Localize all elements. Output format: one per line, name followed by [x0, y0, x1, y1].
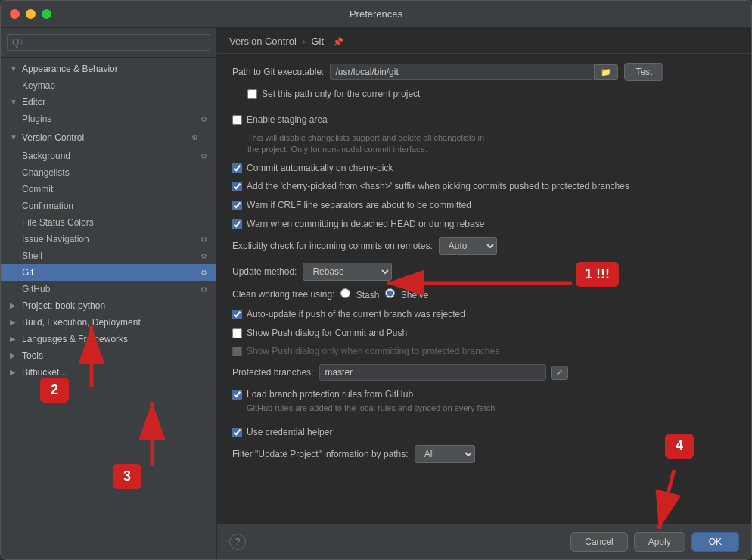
enable-staging-checkbox[interactable] [232, 115, 242, 125]
stash-radio[interactable] [340, 288, 350, 298]
minimize-button[interactable] [26, 9, 36, 19]
clean-tree-label: Clean working tree using: [232, 289, 334, 300]
set-path-only-checkbox[interactable] [247, 89, 257, 99]
expand-protected-button[interactable]: ⤢ [551, 366, 568, 380]
sidebar-item-appearance[interactable]: ▼ Appearance & Behavior [1, 61, 216, 77]
sidebar-label-appearance: Appearance & Behavior [22, 64, 118, 74]
settings-body: Path to Git executable: 📁 Test Set this … [217, 54, 751, 524]
sidebar-item-commit[interactable]: Commit [1, 181, 216, 198]
cherry-pick-checkbox[interactable] [232, 163, 242, 173]
expand-arrow-editor: ▼ [10, 98, 19, 107]
update-method-select[interactable]: Merge Rebase Branch Default [303, 263, 392, 281]
warn-crlf-label: Warn if CRLF line separators are about t… [247, 199, 471, 212]
sidebar-item-project[interactable]: ▶ Project: book-python [1, 297, 216, 314]
apply-button[interactable]: Apply [634, 532, 685, 552]
sidebar-label-shelf: Shelf [22, 250, 42, 261]
credential-helper-checkbox[interactable] [232, 428, 242, 437]
sidebar-item-keymap[interactable]: Keymap [1, 77, 216, 94]
warn-detached-checkbox[interactable] [232, 219, 242, 229]
maximize-button[interactable] [42, 9, 51, 19]
sidebar-item-github[interactable]: GitHub ⚙ [1, 281, 216, 297]
expand-arrow-build: ▶ [10, 318, 19, 327]
load-branch-protection-checkbox[interactable] [232, 390, 242, 400]
sidebar-item-shelf[interactable]: Shelf ⚙ [1, 247, 216, 264]
protected-branches-label: Protected branches: [232, 367, 313, 378]
titlebar: Preferences [1, 1, 751, 28]
help-button[interactable]: ? [229, 534, 246, 550]
traffic-lights [10, 9, 51, 19]
sidebar-label-keymap: Keymap [22, 80, 55, 91]
close-button[interactable] [10, 9, 20, 19]
incoming-commits-select[interactable]: Auto Always Never [439, 237, 497, 255]
folder-browse-button[interactable]: 📁 [594, 64, 618, 80]
search-input[interactable] [7, 34, 210, 51]
shelve-label: Shelve [401, 290, 429, 300]
warn-detached-row: Warn when committing in detached HEAD or… [232, 218, 736, 231]
path-container: 📁 [330, 64, 618, 80]
expand-arrow-project: ▶ [10, 301, 19, 310]
sidebar-label-tools: Tools [22, 350, 43, 361]
auto-update-checkbox[interactable] [232, 310, 242, 319]
sidebar-item-file-status-colors[interactable]: File Status Colors [1, 214, 216, 231]
shelve-radio[interactable] [385, 288, 395, 298]
cherry-pick-label: Commit automatically on cherry-pick [247, 162, 393, 175]
incoming-commits-label: Explicitly check for incoming commits on… [232, 241, 433, 251]
protected-branches-input[interactable] [319, 364, 546, 381]
breadcrumb-bar: Version Control › Git 📌 [217, 28, 751, 54]
staging-row: Enable staging area [232, 114, 736, 126]
sidebar-label-plugins: Plugins [22, 114, 51, 124]
sidebar: ▼ Appearance & Behavior Keymap ▼ Editor … [1, 28, 217, 559]
sidebar-item-changelists[interactable]: Changelists [1, 164, 216, 181]
sidebar-item-background[interactable]: Background ⚙ [1, 148, 216, 164]
breadcrumb: Version Control › Git 📌 [229, 36, 343, 47]
github-badge: ⚙ [200, 285, 207, 294]
clean-tree-stash-container: Stash [340, 288, 379, 300]
git-path-group: Path to Git executable: 📁 Test [232, 63, 736, 81]
staging-description: This will disable changelists support an… [232, 132, 736, 156]
expand-arrow-vc: ▼ [10, 133, 19, 142]
warn-crlf-checkbox[interactable] [232, 201, 242, 210]
sidebar-item-issue-navigation[interactable]: Issue Navigation ⚙ [1, 231, 216, 247]
cherry-pick-suffix-checkbox[interactable] [232, 182, 242, 191]
breadcrumb-separator: › [303, 36, 309, 47]
sidebar-label-bitbucket: Bitbucket... [22, 367, 67, 378]
expand-arrow-tools: ▶ [10, 351, 19, 360]
sidebar-label-file-status-colors: File Status Colors [22, 217, 94, 228]
credential-helper-label: Use credential helper [247, 426, 332, 439]
github-rules-note: GitHub rules are added to the local rule… [247, 403, 495, 414]
show-push-label: Show Push dialog for Commit and Push [247, 327, 407, 340]
show-push-protected-checkbox[interactable] [232, 347, 242, 356]
sidebar-label-confirmation: Confirmation [22, 201, 73, 211]
set-path-only-label: Set this path only for the current proje… [262, 89, 420, 99]
breadcrumb-current: Git [311, 36, 324, 47]
sidebar-label-vc: Version Control [22, 132, 84, 143]
pin-icon: 📌 [333, 37, 343, 46]
sidebar-label-github: GitHub [22, 284, 50, 294]
ok-button[interactable]: OK [691, 532, 739, 552]
cancel-button[interactable]: Cancel [570, 532, 627, 552]
sidebar-label-background: Background [22, 151, 70, 161]
sidebar-label-editor: Editor [22, 97, 45, 107]
sidebar-item-version-control[interactable]: ▼ Version Control ⚙ [1, 127, 216, 148]
sidebar-item-git[interactable]: Git ⚙ [1, 264, 216, 281]
git-path-label: Path to Git executable: [232, 67, 324, 77]
sidebar-item-editor[interactable]: ▼ Editor [1, 94, 216, 110]
show-push-checkbox[interactable] [232, 328, 242, 338]
settings-panel: Version Control › Git 📌 Path to Git exec… [217, 28, 751, 559]
sidebar-item-build[interactable]: ▶ Build, Execution, Deployment [1, 314, 216, 331]
filter-update-select[interactable]: All None Custom [415, 445, 475, 463]
sidebar-item-confirmation[interactable]: Confirmation [1, 198, 216, 214]
window-title: Preferences [350, 8, 402, 20]
load-branch-protection-label: Load branch protection rules from GitHub [247, 389, 413, 400]
filter-update-group: Filter "Update Project" information by p… [232, 445, 736, 463]
test-button[interactable]: Test [624, 63, 663, 81]
sidebar-item-tools[interactable]: ▶ Tools [1, 347, 216, 364]
sidebar-search-bar[interactable] [1, 28, 216, 58]
sidebar-item-plugins[interactable]: Plugins ⚙ [1, 110, 216, 127]
breadcrumb-parent: Version Control [229, 36, 297, 47]
sidebar-item-bitbucket[interactable]: ▶ Bitbucket... [1, 364, 216, 381]
update-method-group: Update method: Merge Rebase Branch Defau… [232, 263, 736, 281]
sidebar-item-languages[interactable]: ▶ Languages & Frameworks [1, 331, 216, 347]
git-path-input[interactable] [330, 64, 595, 80]
sidebar-label-project: Project: book-python [22, 300, 105, 311]
